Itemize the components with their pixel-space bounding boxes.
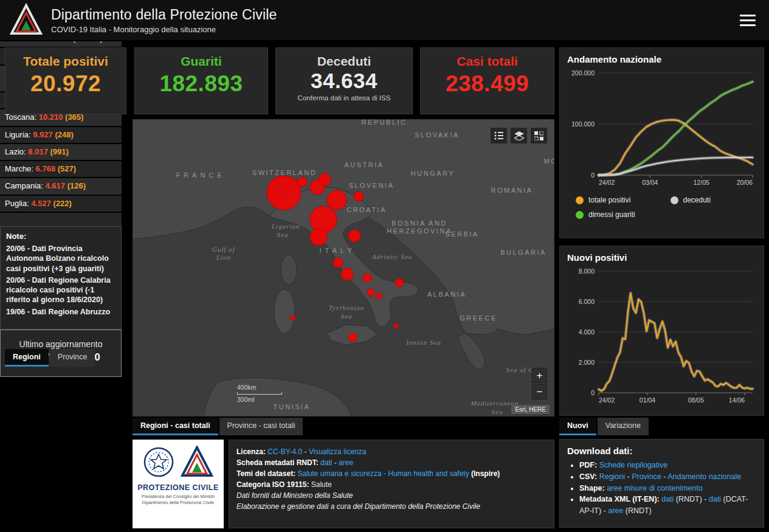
license-line: Elaborazione e gestione dati a cura del …: [236, 501, 547, 512]
text-segment: -: [302, 447, 309, 456]
region-name: Puglia:: [5, 199, 29, 208]
map-bubble[interactable]: [354, 192, 364, 201]
header-titles: Dipartimento della Protezione Civile COV…: [51, 7, 277, 34]
map-bubble[interactable]: [267, 176, 301, 210]
andamento-legend: totale positividecedutidimessi guariti: [567, 196, 756, 225]
tab-nuovi[interactable]: Nuovi: [559, 418, 596, 435]
region-row: Puglia: 4.527 (222): [0, 196, 122, 213]
footer-logo-title: PROTEZIONE CIVILE: [133, 483, 224, 492]
zoom-out-button[interactable]: −: [532, 384, 547, 399]
protezione-civile-logo-icon: [181, 446, 213, 481]
layers-icon[interactable]: [511, 128, 527, 143]
download-item: PDF: Schede riepilogative: [579, 460, 756, 471]
link[interactable]: aree: [608, 506, 623, 515]
text-segment: -: [661, 472, 667, 481]
map-bubble[interactable]: [310, 206, 337, 233]
region-positive: (126): [67, 181, 86, 190]
map-bubble[interactable]: [333, 258, 343, 268]
text-segment: Metadata XML (IT-EN):: [579, 495, 661, 503]
license-line: Licenza: CC-BY-4.0 - Visualizza licenza: [236, 446, 547, 457]
tab-regioni-casi-totali[interactable]: Regioni - casi totali: [133, 418, 218, 435]
footer-logo-subtitle: Presidenza del Consiglio dei Ministri Di…: [133, 494, 224, 506]
map-tabs: Regioni - casi totali Province - casi to…: [133, 418, 303, 435]
region-row: Campania: 4.617 (126): [0, 178, 122, 195]
region-name: Campania:: [5, 181, 43, 190]
map-bubble[interactable]: [395, 278, 404, 287]
legend-dot-icon: [576, 211, 584, 219]
text-segment: -: [625, 472, 632, 481]
link[interactable]: Regioni: [599, 472, 625, 481]
basemap-icon[interactable]: [531, 128, 547, 143]
legend-icon[interactable]: [491, 128, 507, 143]
stat-card-deceduti: Deceduti 34.634 Conferma dati in attesa …: [275, 47, 413, 114]
legend-label: deceduti: [683, 196, 711, 204]
map-bubble[interactable]: [310, 229, 327, 246]
map-bubble[interactable]: [297, 177, 307, 187]
stat-label: Deceduti: [276, 54, 412, 69]
zoom-in-button[interactable]: +: [532, 368, 547, 383]
tab-regioni[interactable]: Regioni: [5, 349, 49, 367]
legend-item: totale positivi: [567, 196, 662, 204]
license-line: Temi del dataset: Salute umana e sicurez…: [236, 468, 547, 479]
svg-text:08/05: 08/05: [688, 396, 704, 404]
region-name: Liguria:: [5, 130, 31, 139]
stat-label: Casi totali: [421, 54, 554, 69]
svg-text:12/05: 12/05: [694, 179, 709, 186]
svg-text:0: 0: [591, 389, 595, 396]
map-bubble[interactable]: [291, 316, 295, 320]
svg-text:0: 0: [591, 171, 595, 179]
map-bubble[interactable]: [393, 323, 398, 328]
legend-item: dimessi guariti: [567, 210, 662, 219]
map-bubble[interactable]: [348, 333, 357, 342]
map-bubble[interactable]: [367, 289, 374, 296]
region-positive: (527): [58, 164, 76, 173]
link[interactable]: Salute umana e sicurezza - Human health …: [297, 469, 469, 478]
text-segment: Dati forniti dal Ministero della Salute: [236, 491, 353, 500]
link[interactable]: Schede riepilogative: [599, 461, 668, 469]
svg-text:01/04: 01/04: [640, 396, 655, 404]
link[interactable]: dati: [661, 495, 674, 503]
map[interactable]: REPUBLICSLOVAKIAAUSTRIAMOSWITZERLANDHUNG…: [133, 119, 554, 416]
link[interactable]: aree: [339, 458, 353, 467]
stat-card-guariti: Guariti 182.893: [134, 47, 268, 114]
svg-text:2.000: 2.000: [579, 359, 595, 366]
svg-text:100.000: 100.000: [571, 120, 595, 128]
link[interactable]: aree misure di contenimento: [607, 484, 703, 492]
menu-icon[interactable]: [740, 15, 756, 27]
tab-variazione[interactable]: Variazione: [598, 418, 649, 435]
map-bubble[interactable]: [319, 173, 331, 185]
map-bubble[interactable]: [341, 268, 353, 280]
link[interactable]: Andamento nazionale: [667, 472, 741, 481]
map-bubble[interactable]: [327, 190, 347, 210]
map-attribution: Esri, HERE: [511, 405, 550, 414]
footer-logo-sub1: Presidenza del Consiglio dei Ministri: [133, 494, 224, 500]
notes-title: Note:: [6, 232, 116, 241]
stat-label: Guariti: [135, 54, 267, 69]
map-bubble[interactable]: [363, 274, 371, 282]
region-total: 8.017: [28, 147, 48, 156]
stat-note: Conferma dati in attesa di ISS: [276, 94, 412, 102]
andamento-title: Andamento nazionale: [567, 54, 756, 64]
link[interactable]: Visualizza licenza: [309, 447, 367, 456]
footer-logo-sub2: Dipartimento della Protezione Civile: [133, 500, 224, 506]
stat-card-casi-totali: Casi totali 238.499: [420, 47, 554, 114]
app-header: Dipartimento della Protezione Civile COV…: [0, 0, 769, 41]
regions-tabs: Regioni Province: [5, 349, 95, 367]
link[interactable]: Province: [632, 472, 661, 481]
map-bubble[interactable]: [376, 293, 382, 299]
link[interactable]: dati: [320, 458, 332, 467]
map-bubble[interactable]: [348, 230, 360, 242]
text-segment: (RNDT): [623, 506, 652, 515]
text-segment: Scheda metadati RNDT:: [236, 458, 320, 467]
nuovi-tabs: Nuovi Variazione: [559, 418, 649, 435]
license-line: Dati forniti dal Ministero della Salute: [236, 490, 547, 501]
license-line: Categoria ISO 19115: Salute: [236, 479, 547, 490]
link[interactable]: dati: [709, 495, 721, 503]
link[interactable]: CC-BY-4.0: [267, 447, 302, 456]
stat-label: Totale positivi: [5, 54, 126, 69]
svg-text:20/06: 20/06: [737, 179, 753, 186]
legend-label: dimessi guariti: [588, 210, 635, 219]
license-line: Scheda metadati RNDT: dati - aree: [236, 457, 547, 468]
tab-province[interactable]: Province: [50, 349, 95, 367]
tab-province-casi-totali[interactable]: Province - casi totali: [219, 418, 303, 435]
